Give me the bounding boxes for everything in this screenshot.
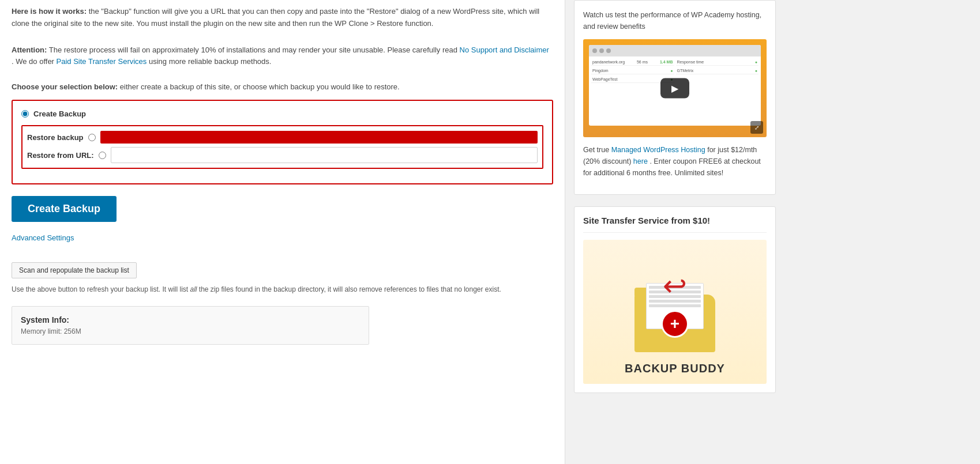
system-info-title: System Info: [21,315,360,325]
paid-transfer-link[interactable]: Paid Site Transfer Services [57,57,147,66]
restore-backup-row: Restore backup [27,131,538,144]
plus-icon: + [661,310,689,338]
redacted-dropdown[interactable] [100,131,538,144]
restore-backup-radio[interactable] [88,134,96,141]
system-info-content: Memory limit: 256M [21,327,360,335]
site-transfer-divider [583,232,767,233]
create-backup-button[interactable]: Create Backup [12,196,117,222]
managed-wp-hosting-link[interactable]: Managed WordPress Hosting [611,146,705,154]
backup-buddy-label: BACKUP BUDDY [625,362,725,375]
scan-description: Use the above button to refresh your bac… [12,284,553,295]
folder-container: ↩ + [629,271,721,352]
video-thumbnail[interactable]: pandanetwork.org 56 ms 1.4 MB Response t… [583,39,767,137]
advanced-settings-link[interactable]: Advanced Settings [12,233,74,242]
intro-bold-2: Attention: [12,46,47,54]
site-transfer-title: Site Transfer Service from $10! [583,216,767,225]
restore-from-url-label: Restore from URL: [27,151,94,160]
create-backup-row: Create Backup [21,110,543,118]
intro-text-2a: The restore process will fail on approxi… [49,46,460,54]
create-backup-label: Create Backup [33,110,86,118]
sidebar-offer-text: Get true Managed WordPress Hosting for j… [583,144,767,179]
fake-row-2: Response time ● [676,59,759,66]
restore-from-url-radio[interactable] [99,152,106,159]
fake-dot-1 [592,48,597,53]
fake-browser-bar [589,45,761,56]
intro-text-1: the "Backup" function will give you a UR… [12,7,539,28]
fake-dot-2 [599,48,604,53]
restore-backup-label: Restore backup [27,133,84,142]
backup-buddy-image: ↩ + BACKUP BUDDY [583,240,767,384]
sidebar-card-video: Watch us test the performance of WP Acad… [574,0,776,195]
selection-label-text: either create a backup of this site, or … [120,82,400,91]
fake-row-3: Pingdom ● [591,67,674,74]
backup-arrow-icon: ↩ [663,271,687,300]
restore-inner-box: Restore backup Restore from URL: [21,125,543,169]
fake-dot-3 [606,48,611,53]
main-content: Here is how it works: the "Backup" funct… [0,0,565,464]
intro-bold-1: Here is how it works: [12,7,87,16]
intro-text-2b: . We do offer [12,57,57,66]
fake-row-1: pandanetwork.org 56 ms 1.4 MB [591,59,674,66]
fake-row-4: GTMetrix ● [676,67,759,74]
restore-from-url-row: Restore from URL: [27,147,538,163]
system-info-box: System Info: Memory limit: 256M [12,306,369,345]
expand-icon[interactable]: ⤢ [750,121,763,134]
intro-text-2c: using more reliable backup methods. [149,57,271,66]
sidebar: Watch us test the performance of WP Acad… [565,0,784,464]
backup-panel: Create Backup Restore backup Restore fro… [12,100,553,184]
intro-paragraph-2: Attention: The restore process will fail… [12,44,553,69]
scan-repopulate-button[interactable]: Scan and repopulate the backup list [12,262,137,278]
sidebar-card-transfer: Site Transfer Service from $10! [574,206,776,393]
selection-label-bold: Choose your selection below: [12,82,118,91]
no-support-link[interactable]: No Support and Disclaimer [460,46,549,54]
create-backup-radio[interactable] [21,110,29,118]
intro-paragraph-1: Here is how it works: the "Backup" funct… [12,6,553,30]
here-link[interactable]: here [633,157,648,165]
restore-url-input[interactable] [111,147,538,163]
sidebar-video-text: Watch us test the performance of WP Acad… [583,9,767,32]
play-button-icon[interactable]: ▶ [660,78,689,99]
paper-line-5 [649,304,701,307]
restore-backup-select-wrapper [100,131,538,144]
selection-label: Choose your selection below: either crea… [12,82,553,91]
